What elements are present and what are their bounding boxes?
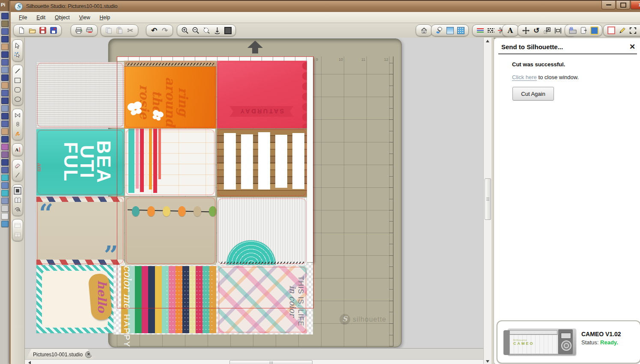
silhouette-logo-icon: S	[15, 3, 23, 11]
horizontal-scrollbar-thumb[interactable]	[229, 360, 313, 364]
undo-toolbar-group: ↶ ↷	[146, 24, 173, 36]
eraser-tool-icon[interactable]	[13, 161, 22, 170]
background-thumbnail	[1, 221, 9, 227]
close-button[interactable]: ✕	[631, 1, 640, 9]
copy-icon[interactable]	[104, 26, 113, 35]
sketch-pens-icon[interactable]	[617, 26, 627, 35]
select-tool-icon[interactable]	[13, 41, 22, 50]
fit-to-page-icon[interactable]	[223, 26, 232, 35]
edit-points-tool-icon[interactable]	[13, 51, 22, 59]
minimize-button[interactable]	[601, 1, 616, 9]
vertical-scrollbar[interactable]	[483, 38, 492, 364]
align-icon[interactable]	[553, 26, 563, 35]
maximize-button[interactable]	[616, 1, 630, 9]
redo-icon[interactable]: ↷	[160, 26, 170, 35]
scale-icon[interactable]	[542, 26, 552, 35]
menu-item-object[interactable]: Object	[51, 13, 74, 22]
design-page-settings-icon[interactable]	[419, 26, 429, 35]
tab-close-icon[interactable]: ✕	[85, 351, 92, 358]
new-document-icon[interactable]	[17, 26, 26, 35]
card-airmail[interactable]: “ ”	[36, 197, 124, 265]
background-window-strip[interactable]: Pi	[0, 0, 9, 364]
app-window: S Silhouette Studio: Pictures10-001.stud…	[9, 1, 640, 364]
print-icon[interactable]	[74, 26, 83, 35]
open-quote: “	[39, 201, 53, 226]
horizontal-scrollbar[interactable]	[25, 359, 491, 364]
background-thumbnail	[1, 190, 9, 196]
fill-pattern-icon[interactable]	[456, 26, 465, 35]
teal-script-text: am	[36, 163, 43, 171]
design-canvas[interactable]: 9101112 S silhouette ring around the ros…	[25, 38, 483, 348]
send-to-silhouette-icon[interactable]	[85, 26, 94, 35]
scroll-up-arrow-icon[interactable]	[486, 40, 489, 42]
zoom-selection-icon[interactable]	[202, 26, 211, 35]
background-thumbnail	[1, 167, 9, 173]
fill-color-icon[interactable]	[435, 26, 444, 35]
library-tool-icon[interactable]	[13, 196, 22, 204]
paste-icon[interactable]	[115, 26, 124, 35]
panel-close-icon[interactable]: ✕	[629, 42, 635, 51]
line-tool-icon[interactable]	[13, 67, 22, 75]
background-thumbnail	[1, 74, 9, 81]
scroll-down-arrow-icon[interactable]	[486, 360, 489, 363]
rectangle-tool-icon[interactable]	[13, 76, 22, 85]
pan-icon[interactable]	[212, 26, 222, 35]
title-bar[interactable]: S Silhouette Studio: Pictures10-001.stud…	[11, 1, 640, 12]
watermark-text: silhouette	[353, 316, 387, 323]
rounded-rectangle-tool-icon[interactable]	[13, 86, 22, 94]
menu-item-view[interactable]: View	[75, 13, 94, 22]
move-icon[interactable]	[521, 26, 530, 35]
save-to-library-icon[interactable]	[49, 26, 58, 35]
online-store-icon[interactable]	[579, 26, 588, 35]
card-scratch-texture[interactable]	[36, 62, 124, 128]
background-window-title: Pi	[1, 2, 5, 7]
freehand-tool-icon[interactable]	[13, 130, 22, 138]
line-style-icon[interactable]	[486, 26, 496, 35]
zoom-in-icon[interactable]	[180, 26, 190, 35]
status-value: Ready.	[600, 339, 618, 346]
my-library-icon[interactable]: M	[568, 26, 577, 35]
mat-arrow-stem	[252, 48, 258, 53]
send-to-silhouette-panel: Send to Silhouette... ✕ Cut was successf…	[494, 38, 640, 364]
background-thumbnail	[1, 82, 9, 89]
polygon-tool-icon[interactable]	[13, 111, 22, 119]
tool-palette: A	[11, 38, 25, 364]
close-window-suffix: to close window.	[537, 74, 579, 80]
registration-marks-icon[interactable]	[628, 26, 637, 35]
maximize-icon	[620, 3, 626, 8]
undo-icon[interactable]: ↶	[149, 26, 159, 35]
layout-split-icon[interactable]	[13, 231, 22, 239]
cameo-machine-image: Silhouette CAMEO	[503, 327, 577, 357]
rotate-icon[interactable]: ↺	[532, 26, 541, 35]
click-here-link[interactable]: Click here	[512, 74, 537, 81]
line-color-icon[interactable]	[476, 26, 485, 35]
cut-icon[interactable]: ✂	[125, 26, 135, 35]
curve-tool-icon[interactable]	[13, 120, 22, 129]
store-tool-icon[interactable]	[13, 205, 22, 214]
background-thumbnail	[1, 136, 9, 142]
text-style-icon[interactable]: A	[506, 26, 515, 35]
menu-bar: File Edit Object View Help	[11, 12, 640, 23]
send-to-silhouette-panel-icon[interactable]	[589, 26, 599, 35]
beautiful-text: BEA UTI FUL	[49, 130, 112, 194]
close-window-line: Click here to close window.	[512, 74, 579, 80]
scroll-left-arrow-icon[interactable]	[28, 361, 31, 364]
fill-gradient-icon[interactable]	[445, 26, 455, 35]
menu-item-edit[interactable]: Edit	[33, 13, 49, 22]
text-toolbar-group: A	[502, 24, 518, 36]
ellipse-tool-icon[interactable]	[13, 95, 22, 104]
document-tab[interactable]: Pictures10-001.studio ✕	[26, 349, 94, 360]
cut-again-button[interactable]: Cut Again	[512, 87, 554, 101]
knife-tool-icon[interactable]	[13, 171, 22, 179]
text-tool-icon[interactable]: A	[13, 145, 22, 154]
vertical-scrollbar-thumb[interactable]	[485, 178, 491, 220]
save-icon[interactable]	[38, 26, 48, 35]
cut-settings-icon[interactable]	[607, 26, 616, 35]
page-tool-icon[interactable]	[13, 186, 22, 195]
document-tab-label: Pictures10-001.studio	[33, 352, 83, 358]
menu-item-help[interactable]: Help	[96, 13, 114, 22]
zoom-out-icon[interactable]	[191, 26, 200, 35]
layout-single-icon[interactable]	[13, 221, 22, 230]
open-file-icon[interactable]	[27, 26, 37, 35]
menu-item-file[interactable]: File	[15, 13, 31, 22]
